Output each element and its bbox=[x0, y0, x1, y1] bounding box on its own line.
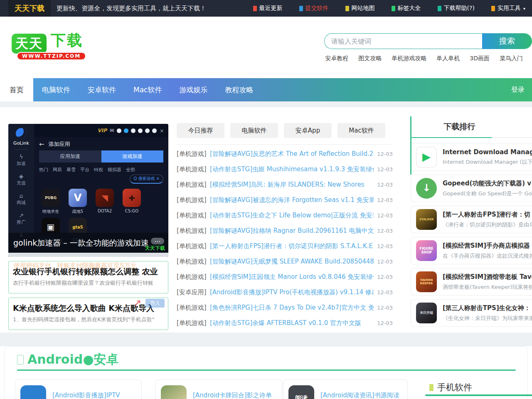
slide-bottom-strip bbox=[8, 253, 168, 257]
category-label: 模拟器 bbox=[108, 167, 121, 173]
item-date: 12-03 bbox=[377, 166, 393, 172]
list-item: [单机游戏] [模拟经营SIM]岛民: 新海岸 ISLANDERS: New S… bbox=[177, 177, 393, 192]
carousel-dot[interactable] bbox=[152, 128, 157, 133]
content-tab[interactable]: Mac软件 bbox=[337, 123, 385, 138]
list-item: [单机游戏] [角色扮演RPG]七日杀 7 Days To Die v2.4b7… bbox=[177, 300, 393, 315]
android-app-card[interactable]: [Android影音播放]IPTV bbox=[15, 379, 142, 399]
ranking-item-sub: 在《手办商店模拟器》这款沉浸式模拟经 bbox=[443, 252, 532, 260]
item-date: 12-03 bbox=[377, 274, 393, 280]
category-label: 热门 bbox=[39, 167, 48, 173]
nav-item-home[interactable]: 首页 bbox=[0, 78, 33, 101]
topbar-link-label: 网站地图 bbox=[352, 5, 375, 12]
download-list: [单机游戏] [冒险解谜AVG]反思的艺术 The Art of Reflect… bbox=[177, 146, 393, 331]
site-logo[interactable]: 天天 下载 WWW.TTZIP.COM bbox=[12, 30, 95, 64]
topbar: 天天下载 更新快、资源全，发现更多实用工具，就上天天下载！ 最近更新 提交软件 bbox=[0, 0, 532, 17]
ranking-item-text: [模拟经营SIM]手办商店模拟器 在《手办商店模拟器》这款沉浸式模拟经 bbox=[443, 242, 532, 260]
carousel-dots[interactable] bbox=[117, 128, 157, 133]
item-title-link[interactable]: [冒险解谜AVG]无眠梦魇 SLEEP AWAKE Build.20850448… bbox=[210, 258, 374, 266]
ranking-item[interactable]: ▶ Internet Download Manager v Internet D… bbox=[411, 143, 532, 171]
hot-links: 安卓教程 图文攻略 单机游戏攻略 单人单机 3D画面 菜鸟入门 bbox=[325, 55, 523, 62]
list-item: [单机游戏] [动作射击STG]余爆 AFTERBLAST v0.1.0 官方中… bbox=[177, 315, 393, 331]
topbar-link-label: 标签大全 bbox=[398, 5, 421, 12]
list-item: [单机游戏] [冒险解谜AVG]被遗忘的海洋 Forgotten Seas v1… bbox=[177, 192, 393, 208]
item-title-link[interactable]: [模拟经营SIM]庄园领主 Manor Lords v0.8.046 免安装绿色… bbox=[210, 273, 374, 281]
item-title-link[interactable]: [冒险解谜AVG]反思的艺术 The Art of Reflection Bui… bbox=[210, 150, 374, 158]
nav-item[interactable]: 教程攻略 bbox=[216, 85, 262, 95]
tab-hot[interactable]: 热门 bbox=[508, 121, 532, 132]
hot-link[interactable]: 单机游戏攻略 bbox=[392, 55, 426, 62]
ranking-item[interactable]: FIGURE SHOP [模拟经营SIM]手办商店模拟器 在《手办商店模拟器》这… bbox=[411, 237, 532, 264]
topbar-link[interactable]: 最近更新 bbox=[253, 5, 285, 12]
ranking-item-sub: 《潜行者：切尔诺贝利的阴影》是由乌 bbox=[443, 221, 532, 229]
search-button[interactable]: 搜索 bbox=[482, 33, 532, 49]
hot-link[interactable]: 菜鸟入门 bbox=[500, 55, 523, 62]
vip-badge: VIP bbox=[97, 128, 107, 133]
ranking-item-title: [第三人称射击TPS]生化女神： bbox=[443, 304, 532, 312]
carousel-dot[interactable] bbox=[124, 128, 128, 133]
topbar-link[interactable]: 提交软件 bbox=[299, 5, 331, 12]
site-slogan: 更新快、资源全，发现更多实用工具，就上天天下载！ bbox=[57, 5, 206, 12]
mobile-software-heading: 手机软件 bbox=[429, 382, 472, 393]
carousel-dot[interactable] bbox=[145, 128, 150, 133]
featured-slide-golink[interactable]: GoLink ϟ 加速 ◈ 充值 ⌂ 商城 bbox=[8, 124, 168, 257]
game-name: 战地5 bbox=[72, 209, 83, 214]
content-tab[interactable]: 今日推荐 bbox=[177, 123, 224, 138]
nav-item[interactable]: 游戏娱乐 bbox=[170, 85, 216, 95]
ranking-item[interactable]: TAVERN KEEPER [模拟经营SIM]酒馆带老板 Tave 酒馆带老板(… bbox=[411, 268, 532, 296]
ranking-item[interactable]: ↓ Gopeed(功能强大的下载器) v1 Gopeed(全称 Go Speed… bbox=[411, 175, 532, 202]
mobile-software-heading-text: 手机软件 bbox=[437, 382, 472, 393]
android-app-card[interactable]: [Android卡牌回合]影之诗单 bbox=[155, 379, 282, 399]
search-input[interactable] bbox=[324, 33, 482, 49]
game-tile: V 战地5 bbox=[67, 189, 89, 214]
ranking-underline bbox=[411, 137, 532, 138]
carousel-dot[interactable] bbox=[138, 128, 143, 133]
tab-download-ranking[interactable]: 下载排行 bbox=[411, 121, 508, 132]
android-app-card[interactable]: 阅读 [Android阅读资讯]书源阅读 bbox=[283, 379, 408, 399]
login-link[interactable]: 登录 bbox=[511, 86, 525, 94]
topbar-link[interactable]: 网站地图 bbox=[345, 5, 377, 12]
topbar-link[interactable]: 标签大全 bbox=[392, 5, 424, 12]
golink-menu-item: ϟ 加速 bbox=[8, 150, 34, 170]
site-brand[interactable]: 天天下载 bbox=[8, 0, 51, 17]
item-title-link[interactable]: [动作射击STG]余爆 AFTERBLAST v0.1.0 官方中文版 bbox=[210, 319, 374, 327]
item-title-link[interactable]: [Android影音播放]IPTV Pro(手机电视播放器) v9.1.14 修… bbox=[210, 288, 374, 296]
hot-link[interactable]: 图文攻略 bbox=[358, 55, 382, 62]
hot-link[interactable]: 3D画面 bbox=[470, 55, 490, 62]
item-title-link[interactable]: [动作射击STG]虫姬 Mushihimesama v1.1.9.3 免安装绿色… bbox=[210, 165, 374, 173]
topbar-link-label: 最近更新 bbox=[259, 5, 283, 12]
carousel-dot[interactable] bbox=[117, 128, 121, 133]
nav-item[interactable]: 安卓软件 bbox=[79, 85, 125, 95]
game-tile: ✚ CS:GO bbox=[121, 189, 143, 214]
article-subtitle: 农行手机银行转账限额在哪里设置？农业银行手机银行转账 bbox=[13, 279, 164, 287]
article-card-bank[interactable]: 使用密码支付，转账支付限额最高可至5万元 农业银行手机银行转账限额怎么调整 农业… bbox=[8, 261, 168, 293]
item-title-link[interactable]: [角色扮演RPG]七日杀 7 Days To Die v2.4b7|官方中文 免… bbox=[210, 304, 374, 312]
item-title-link[interactable]: [模拟经营SIM]岛民: 新海岸 ISLANDERS: New Shores bbox=[210, 181, 374, 189]
topbar-link[interactable]: 实用工具 ▾ bbox=[491, 5, 525, 12]
article-bg-button: 导入 bbox=[145, 299, 165, 308]
carousel-dot[interactable] bbox=[131, 128, 135, 133]
nav-item[interactable]: 电脑软件 bbox=[33, 85, 79, 95]
ranking-item[interactable]: 末日开端 [第三人称射击TPS]生化女神： 《生化女神：末日开端》为玩家带来激烈 bbox=[411, 299, 532, 327]
topbar-link[interactable]: 下载帮助(?) bbox=[438, 5, 477, 12]
menu-glyph-icon: ◈ bbox=[19, 173, 24, 180]
hot-link[interactable]: 安卓教程 bbox=[325, 55, 348, 62]
item-date: 12-03 bbox=[377, 289, 393, 296]
hot-link[interactable]: 单人单机 bbox=[436, 55, 460, 62]
chevron-down-icon: ▾ bbox=[523, 6, 525, 11]
article-card-kmi[interactable]: 导入 ↗ K米点歌系统怎么导入歌曲 K米点歌导入 1、首先扫码绑定连接包厢，然后… bbox=[8, 298, 168, 330]
item-title-link[interactable]: [第一人称射击FPS]潜行者：切尔诺贝利的阴影 S.T.A.L.K.E.R. bbox=[210, 242, 374, 250]
nav-items: 电脑软件 安卓软件 Mac软件 游戏娱乐 教程攻略 bbox=[33, 85, 262, 95]
mobile-software-underline bbox=[425, 394, 532, 396]
ranking-item[interactable]: STALKER [第一人称射击FPS]潜行者：切 《潜行者：切尔诺贝利的阴影》是… bbox=[411, 206, 532, 233]
list-item: [单机游戏] [冒险解谜AVG]无眠梦魇 SLEEP AWAKE Build.2… bbox=[177, 254, 393, 269]
content-tab[interactable]: 安卓App bbox=[284, 123, 332, 138]
item-title-link[interactable]: [动作射击STG]生命之下 Life Below demo|正版分流 免安装绿色 bbox=[210, 212, 374, 219]
android-heading-text: Android●安卓 bbox=[27, 351, 118, 368]
nav-item[interactable]: Mac软件 bbox=[125, 85, 170, 95]
item-title-link[interactable]: [冒险解谜AVG]被遗忘的海洋 Forgotten Seas v1.1 免安装中… bbox=[210, 196, 374, 204]
list-item: [安卓应用] [Android影音播放]IPTV Pro(手机电视播放器) v9… bbox=[177, 285, 393, 300]
ranking-item-title: [模拟经营SIM]手办商店模拟器 bbox=[443, 242, 532, 250]
list-item: [单机游戏] [第一人称射击FPS]潜行者：切尔诺贝利的阴影 S.T.A.L.K… bbox=[177, 239, 393, 254]
item-title-link[interactable]: [冒险解谜AVG]拉格纳 Ragnar Build.20961161 电脑中文版 bbox=[210, 227, 374, 235]
content-tab[interactable]: 电脑软件 bbox=[230, 123, 278, 138]
